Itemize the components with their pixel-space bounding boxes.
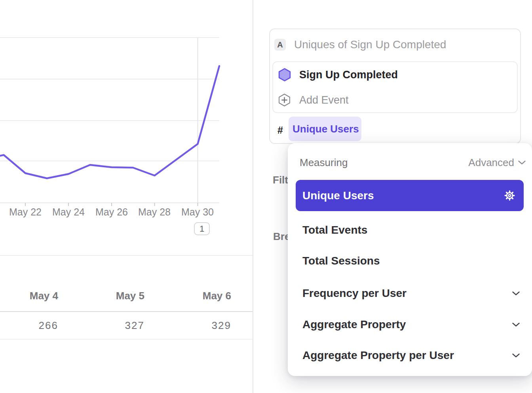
menu-item-label: Frequency per User [302,287,407,300]
x-tick-label: May 30 [176,206,219,217]
measurement-hash-symbol: # [277,124,283,136]
menu-item-label: Total Sessions [302,255,380,267]
menu-item-frequency-per-user[interactable]: Frequency per User [288,282,524,304]
table-cell: 329 [183,319,231,331]
panel-divider [253,0,253,393]
x-tick-label: May 26 [90,206,133,217]
menu-item-label: Total Events [302,224,367,236]
add-event-label: Add Event [299,94,349,106]
gear-icon[interactable] [504,190,515,201]
table-column-header: May 4 [10,290,58,302]
measuring-mode-selector[interactable]: Advanced [468,157,526,168]
add-event-icon [278,93,291,107]
x-tick-label: May 24 [47,206,90,217]
chevron-down-icon [512,353,520,358]
event-name-label: Sign Up Completed [299,69,398,81]
chart-series-line [0,66,219,178]
table-cell: 266 [10,319,58,331]
menu-item-label: Unique Users [302,189,374,202]
menu-item-label: Aggregate Property per User [302,349,454,362]
chevron-down-icon [512,291,520,296]
table-header-divider [0,311,253,312]
event-hexagon-icon [278,68,291,81]
measuring-mode-label: Advanced [468,157,514,169]
line-chart: May 22 May 24 May 26 May 28 May 30 1 [0,0,253,255]
measurement-value-label: Unique Users [293,123,359,135]
chevron-down-icon [512,323,520,327]
table-column-header: May 6 [183,290,231,302]
menu-item-unique-users[interactable]: Unique Users [296,180,524,211]
menu-item-aggregate-property[interactable]: Aggregate Property [288,314,524,336]
filter-section-label: Filt [273,174,288,185]
measurement-dropdown-trigger[interactable]: Unique Users [289,117,361,141]
menu-item-aggregate-property-per-user[interactable]: Aggregate Property per User [288,344,524,367]
menu-item-total-sessions[interactable]: Total Sessions [288,250,524,272]
analytics-screen: May 22 May 24 May 26 May 28 May 30 1 May… [0,0,532,393]
x-tick-label: May 28 [133,206,176,217]
add-event-button[interactable]: Add Event [273,87,517,113]
measuring-header-label: Measuring [300,157,348,168]
chevron-down-icon [518,161,526,165]
measuring-dropdown-menu: Measuring Advanced Unique Users [288,143,532,376]
menu-item-label: Aggregate Property [302,318,406,331]
x-tick-label: May 22 [4,206,47,217]
table-column-header: May 5 [97,290,144,302]
section-divider [0,255,253,256]
event-card: Sign Up Completed Add Event [272,61,518,113]
metric-title: Uniques of Sign Up Completed [294,39,446,51]
table-row-divider [0,339,253,340]
pagination-page-button[interactable]: 1 [194,222,210,235]
metric-card: A Uniques of Sign Up Completed Sign Up C… [269,28,521,144]
event-row-sign-up-completed[interactable]: Sign Up Completed [273,62,517,87]
series-letter-badge: A [274,39,286,51]
table-cell: 327 [97,319,144,331]
menu-item-total-events[interactable]: Total Events [288,219,524,241]
